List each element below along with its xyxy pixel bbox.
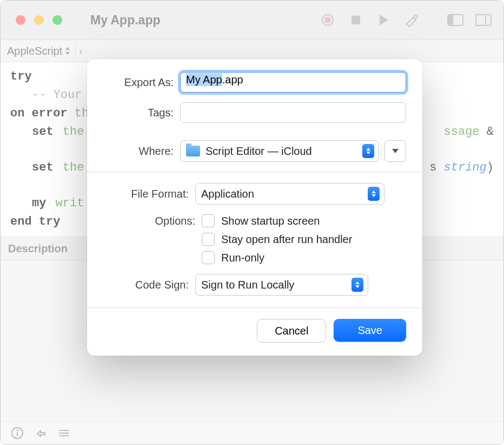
svg-rect-12 [17, 432, 18, 436]
description-label: Description [8, 243, 68, 255]
file-format-label: File Format: [103, 188, 195, 200]
return-icon[interactable] [34, 426, 48, 440]
divider [87, 172, 422, 172]
code-sign-value: Sign to Run Locally [201, 279, 352, 291]
file-format-selector[interactable]: Application [195, 183, 384, 205]
run-only-checkbox[interactable] [202, 251, 215, 264]
svg-point-11 [16, 429, 18, 431]
show-startup-checkbox[interactable] [202, 214, 215, 227]
cancel-button[interactable]: Cancel [257, 319, 326, 343]
stay-open-label: Stay open after run handler [221, 233, 352, 246]
sidebar-left-icon[interactable] [447, 12, 463, 28]
tags-label: Tags: [103, 107, 180, 119]
where-label: Where: [103, 145, 180, 158]
zoom-window-icon[interactable] [52, 15, 62, 25]
stop-icon[interactable] [348, 12, 364, 28]
divider [87, 307, 422, 308]
list-icon[interactable] [58, 426, 72, 440]
svg-point-1 [324, 17, 331, 23]
svg-rect-2 [352, 16, 360, 24]
chevron-down-icon [392, 149, 399, 153]
stepper-icon [362, 144, 374, 158]
export-sheet: Export As: My App.app Tags: Where: Scrip… [87, 59, 422, 356]
record-icon[interactable] [320, 12, 336, 28]
close-window-icon[interactable] [16, 15, 25, 25]
window-title: My App.app [90, 13, 160, 28]
show-startup-label: Show startup screen [221, 215, 320, 227]
svg-point-18 [59, 435, 61, 437]
file-format-value: Application [201, 188, 368, 200]
export-as-input[interactable]: My App.app [180, 72, 406, 93]
svg-point-16 [59, 430, 61, 431]
sidebar-right-icon[interactable] [475, 12, 492, 28]
svg-rect-6 [476, 15, 491, 25]
save-button[interactable]: Save [334, 319, 406, 342]
run-only-label: Run-only [221, 252, 264, 264]
filename-selection: My App [186, 73, 222, 86]
svg-marker-3 [380, 15, 388, 25]
export-as-label: Export As: [103, 76, 180, 89]
svg-marker-8 [65, 47, 70, 50]
stepper-icon [368, 187, 380, 201]
tags-input[interactable] [180, 102, 406, 123]
titlebar: My App.app [1, 1, 503, 40]
build-icon[interactable] [404, 12, 420, 28]
options-label: Options: [103, 215, 202, 227]
expand-location-button[interactable] [384, 140, 406, 162]
stay-open-checkbox[interactable] [202, 233, 215, 246]
svg-marker-9 [65, 52, 70, 55]
where-value: Script Editor — iCloud [205, 145, 362, 158]
folder-icon [186, 146, 200, 156]
svg-point-17 [59, 433, 61, 434]
svg-rect-5 [448, 15, 453, 25]
info-icon[interactable] [10, 426, 24, 440]
stepper-icon [352, 278, 363, 292]
code-sign-label: Code Sign: [103, 279, 195, 291]
window-controls [16, 15, 62, 25]
status-bar [1, 421, 503, 444]
where-selector[interactable]: Script Editor — iCloud [180, 140, 379, 162]
code-sign-selector[interactable]: Sign to Run Locally [195, 274, 368, 296]
language-label: AppleScript [7, 45, 62, 57]
run-icon[interactable] [376, 12, 392, 28]
minimize-window-icon[interactable] [34, 15, 44, 25]
language-selector[interactable]: AppleScript [7, 45, 76, 57]
